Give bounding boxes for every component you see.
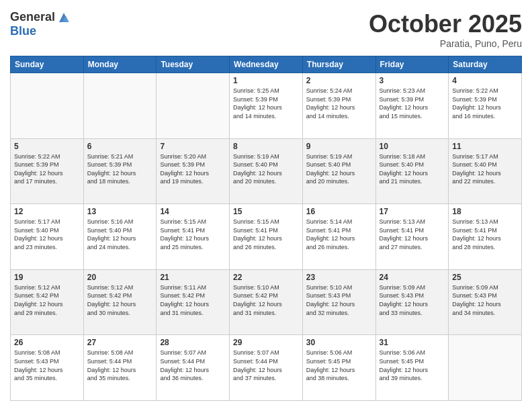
day-number: 17 <box>380 207 445 216</box>
calendar-day-cell: 5Sunrise: 5:22 AM Sunset: 5:39 PM Daylig… <box>11 138 84 204</box>
day-info: Sunrise: 5:17 AM Sunset: 5:40 PM Dayligh… <box>14 218 80 251</box>
day-of-week-header: Monday <box>83 56 157 73</box>
calendar-day-cell: 28Sunrise: 5:07 AM Sunset: 5:44 PM Dayli… <box>157 335 230 401</box>
calendar-day-cell: 31Sunrise: 5:06 AM Sunset: 5:45 PM Dayli… <box>375 335 449 401</box>
calendar-day-cell: 1Sunrise: 5:25 AM Sunset: 5:39 PM Daylig… <box>230 73 303 139</box>
day-info: Sunrise: 5:10 AM Sunset: 5:43 PM Dayligh… <box>306 283 372 317</box>
day-info: Sunrise: 5:13 AM Sunset: 5:41 PM Dayligh… <box>452 218 518 251</box>
calendar-day-cell: 13Sunrise: 5:16 AM Sunset: 5:40 PM Dayli… <box>83 204 157 270</box>
calendar-header-row: SundayMondayTuesdayWednesdayThursdayFrid… <box>11 56 522 73</box>
calendar-day-cell: 15Sunrise: 5:15 AM Sunset: 5:41 PM Dayli… <box>230 204 303 270</box>
day-info: Sunrise: 5:24 AM Sunset: 5:39 PM Dayligh… <box>306 87 372 120</box>
calendar-day-cell: 22Sunrise: 5:10 AM Sunset: 5:42 PM Dayli… <box>230 269 303 335</box>
calendar-day-cell <box>157 73 230 139</box>
calendar-day-cell <box>11 73 84 139</box>
subtitle: Paratia, Puno, Peru <box>369 38 522 49</box>
day-info: Sunrise: 5:08 AM Sunset: 5:43 PM Dayligh… <box>14 349 80 382</box>
day-number: 16 <box>306 207 372 216</box>
calendar-day-cell <box>449 335 522 401</box>
logo-icon <box>56 10 71 25</box>
day-number: 22 <box>233 273 299 282</box>
month-title: October 2025 <box>369 10 522 38</box>
calendar-day-cell: 8Sunrise: 5:19 AM Sunset: 5:40 PM Daylig… <box>230 138 303 204</box>
day-number: 15 <box>233 207 299 216</box>
day-info: Sunrise: 5:07 AM Sunset: 5:44 PM Dayligh… <box>233 349 299 382</box>
day-number: 3 <box>380 76 445 85</box>
calendar-day-cell: 20Sunrise: 5:12 AM Sunset: 5:42 PM Dayli… <box>83 269 157 335</box>
day-info: Sunrise: 5:08 AM Sunset: 5:44 PM Dayligh… <box>87 349 153 382</box>
day-of-week-header: Friday <box>375 56 449 73</box>
calendar-week-row: 26Sunrise: 5:08 AM Sunset: 5:43 PM Dayli… <box>11 335 522 401</box>
day-number: 11 <box>452 142 518 151</box>
calendar-day-cell: 29Sunrise: 5:07 AM Sunset: 5:44 PM Dayli… <box>230 335 303 401</box>
calendar-day-cell: 30Sunrise: 5:06 AM Sunset: 5:45 PM Dayli… <box>302 335 375 401</box>
day-of-week-header: Tuesday <box>157 56 230 73</box>
day-number: 6 <box>87 142 153 151</box>
day-number: 12 <box>14 207 80 216</box>
calendar-day-cell: 25Sunrise: 5:09 AM Sunset: 5:43 PM Dayli… <box>449 269 522 335</box>
day-number: 21 <box>160 273 226 282</box>
calendar-day-cell: 16Sunrise: 5:14 AM Sunset: 5:41 PM Dayli… <box>302 204 375 270</box>
day-number: 5 <box>14 142 80 151</box>
day-number: 18 <box>452 207 518 216</box>
day-info: Sunrise: 5:06 AM Sunset: 5:45 PM Dayligh… <box>380 349 445 382</box>
calendar-day-cell: 10Sunrise: 5:18 AM Sunset: 5:40 PM Dayli… <box>375 138 449 204</box>
day-info: Sunrise: 5:20 AM Sunset: 5:39 PM Dayligh… <box>160 152 226 186</box>
logo-text: General Blue <box>10 10 71 38</box>
day-number: 23 <box>306 273 372 282</box>
calendar-day-cell: 6Sunrise: 5:21 AM Sunset: 5:39 PM Daylig… <box>83 138 157 204</box>
day-info: Sunrise: 5:10 AM Sunset: 5:42 PM Dayligh… <box>233 283 299 317</box>
day-number: 29 <box>233 338 299 347</box>
calendar-day-cell: 2Sunrise: 5:24 AM Sunset: 5:39 PM Daylig… <box>302 73 375 139</box>
day-info: Sunrise: 5:22 AM Sunset: 5:39 PM Dayligh… <box>452 87 518 120</box>
calendar-day-cell: 21Sunrise: 5:11 AM Sunset: 5:42 PM Dayli… <box>157 269 230 335</box>
day-number: 7 <box>160 142 226 151</box>
logo-general-text: General <box>10 11 55 24</box>
day-number: 8 <box>233 142 299 151</box>
header: General Blue October 2025 Paratia, Puno,… <box>10 10 522 49</box>
day-info: Sunrise: 5:23 AM Sunset: 5:39 PM Dayligh… <box>380 87 445 120</box>
day-number: 1 <box>233 76 299 85</box>
day-number: 20 <box>87 273 153 282</box>
day-number: 26 <box>14 338 80 347</box>
calendar-day-cell: 23Sunrise: 5:10 AM Sunset: 5:43 PM Dayli… <box>302 269 375 335</box>
day-number: 4 <box>452 76 518 85</box>
day-of-week-header: Wednesday <box>230 56 303 73</box>
day-info: Sunrise: 5:09 AM Sunset: 5:43 PM Dayligh… <box>380 283 445 317</box>
day-of-week-header: Thursday <box>302 56 375 73</box>
calendar-week-row: 12Sunrise: 5:17 AM Sunset: 5:40 PM Dayli… <box>11 204 522 270</box>
day-info: Sunrise: 5:15 AM Sunset: 5:41 PM Dayligh… <box>233 218 299 251</box>
calendar-day-cell: 19Sunrise: 5:12 AM Sunset: 5:42 PM Dayli… <box>11 269 84 335</box>
day-info: Sunrise: 5:22 AM Sunset: 5:39 PM Dayligh… <box>14 152 80 186</box>
day-number: 19 <box>14 273 80 282</box>
calendar-day-cell: 14Sunrise: 5:15 AM Sunset: 5:41 PM Dayli… <box>157 204 230 270</box>
calendar-day-cell: 7Sunrise: 5:20 AM Sunset: 5:39 PM Daylig… <box>157 138 230 204</box>
day-info: Sunrise: 5:12 AM Sunset: 5:42 PM Dayligh… <box>87 283 153 317</box>
calendar-day-cell: 27Sunrise: 5:08 AM Sunset: 5:44 PM Dayli… <box>83 335 157 401</box>
day-info: Sunrise: 5:09 AM Sunset: 5:43 PM Dayligh… <box>452 283 518 317</box>
calendar-day-cell: 3Sunrise: 5:23 AM Sunset: 5:39 PM Daylig… <box>375 73 449 139</box>
day-number: 24 <box>380 273 445 282</box>
calendar-day-cell: 9Sunrise: 5:19 AM Sunset: 5:40 PM Daylig… <box>302 138 375 204</box>
day-number: 30 <box>306 338 372 347</box>
calendar-day-cell: 4Sunrise: 5:22 AM Sunset: 5:39 PM Daylig… <box>449 73 522 139</box>
day-info: Sunrise: 5:16 AM Sunset: 5:40 PM Dayligh… <box>87 218 153 251</box>
calendar-week-row: 19Sunrise: 5:12 AM Sunset: 5:42 PM Dayli… <box>11 269 522 335</box>
calendar-day-cell: 24Sunrise: 5:09 AM Sunset: 5:43 PM Dayli… <box>375 269 449 335</box>
day-number: 2 <box>306 76 372 85</box>
calendar-week-row: 5Sunrise: 5:22 AM Sunset: 5:39 PM Daylig… <box>11 138 522 204</box>
day-info: Sunrise: 5:18 AM Sunset: 5:40 PM Dayligh… <box>380 152 445 186</box>
day-of-week-header: Sunday <box>11 56 84 73</box>
day-of-week-header: Saturday <box>449 56 522 73</box>
day-number: 14 <box>160 207 226 216</box>
calendar-day-cell: 26Sunrise: 5:08 AM Sunset: 5:43 PM Dayli… <box>11 335 84 401</box>
day-number: 28 <box>160 338 226 347</box>
day-info: Sunrise: 5:19 AM Sunset: 5:40 PM Dayligh… <box>306 152 372 186</box>
title-block: October 2025 Paratia, Puno, Peru <box>369 10 522 49</box>
day-info: Sunrise: 5:15 AM Sunset: 5:41 PM Dayligh… <box>160 218 226 251</box>
calendar-day-cell: 11Sunrise: 5:17 AM Sunset: 5:40 PM Dayli… <box>449 138 522 204</box>
calendar-day-cell: 17Sunrise: 5:13 AM Sunset: 5:41 PM Dayli… <box>375 204 449 270</box>
logo: General Blue <box>10 10 71 38</box>
page: General Blue October 2025 Paratia, Puno,… <box>0 0 532 411</box>
calendar-day-cell <box>83 73 157 139</box>
